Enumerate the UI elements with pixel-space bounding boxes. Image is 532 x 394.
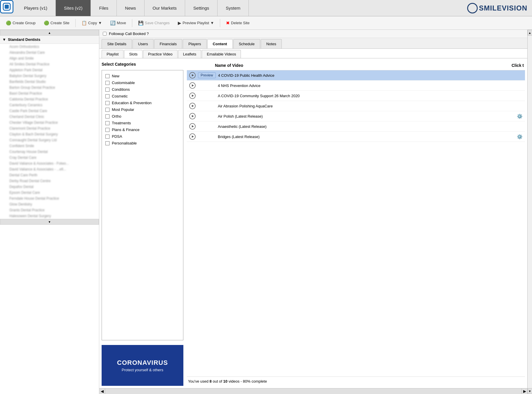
sidebar-item[interactable]: All Smiles Dental Practice [0, 61, 99, 67]
video-item[interactable]: Preview4 COVID-19 Public Health Advice [187, 70, 525, 81]
sidebar-item[interactable]: Claremont Dental Practice [0, 125, 99, 131]
sub-tab-playlist[interactable]: Playlist [102, 50, 124, 58]
sidebar-item[interactable]: Grants Dental Practice [0, 207, 99, 213]
category-checkbox[interactable] [105, 135, 109, 139]
sidebar-item[interactable]: Confident Smile [0, 143, 99, 149]
category-checkbox[interactable] [105, 121, 109, 125]
video-item[interactable]: Air Abrasion Polishing AquaCare [187, 101, 525, 111]
sub-tab-slots[interactable]: Slots [124, 50, 142, 58]
sidebar-group-header[interactable]: ▼ Standard Dentists [0, 36, 99, 44]
tab-players[interactable]: Players [183, 39, 206, 48]
scroll-down-btn[interactable]: ▼ [528, 388, 532, 394]
app-icon[interactable] [0, 0, 13, 13]
tab-schedule[interactable]: Schedule [233, 39, 260, 48]
category-item[interactable]: Customisable [102, 79, 183, 86]
nav-tab-files[interactable]: Files [91, 0, 117, 16]
sidebar-item[interactable]: Canterbury Ceramics [0, 102, 99, 108]
category-item[interactable]: Ortho [102, 113, 183, 120]
sidebar-item[interactable]: Dental Care Perth [0, 172, 99, 178]
move-button[interactable]: 🔄 Move [107, 19, 130, 27]
sidebar-item[interactable]: Cherland Dental Clinic [0, 114, 99, 120]
preview-button[interactable]: Preview [198, 72, 216, 78]
sidebar-item[interactable]: Caldonia Dental Practice [0, 96, 99, 102]
scroll-right-btn[interactable]: ▶ [521, 388, 527, 394]
scroll-left-btn[interactable]: ◀ [99, 388, 105, 394]
preview-dropdown-icon[interactable]: ▼ [210, 21, 214, 25]
sidebar-item[interactable]: Acom Orthodontics [0, 44, 99, 50]
sidebar-item[interactable]: Alexandra Dental Care [0, 50, 99, 55]
sub-tab-practice-video[interactable]: Practice Video [143, 50, 178, 58]
video-item[interactable]: Bridges (Latest Release)⚙️ [187, 132, 525, 142]
category-item[interactable]: Most Popular [102, 106, 183, 113]
sidebar-item[interactable]: Derby Road Dental Centre [0, 178, 99, 184]
video-item[interactable]: Anaesthetic (Latest Release) [187, 121, 525, 132]
nav-tab-settings[interactable]: Settings [185, 0, 218, 16]
bottom-scrollbar[interactable]: ◀ ▶ [99, 388, 527, 394]
scroll-up-btn[interactable]: ▲ [528, 30, 532, 36]
tab-content[interactable]: Content [207, 39, 233, 48]
sidebar-item[interactable]: David Valiance & Associates - Folwo... [0, 161, 99, 166]
tab-financials[interactable]: Financials [154, 39, 182, 48]
sidebar-item[interactable]: Align and Smile [0, 55, 99, 61]
category-item[interactable]: New [102, 73, 183, 79]
nav-tab-our-markets[interactable]: Our Markets [145, 0, 185, 16]
category-checkbox[interactable] [105, 88, 109, 92]
category-item[interactable]: Plans & Finance [102, 126, 183, 133]
tab-users[interactable]: Users [133, 39, 154, 48]
category-item[interactable]: PDSA [102, 133, 183, 140]
sidebar-item[interactable]: Basri Dental Practice [0, 90, 99, 96]
sidebar-item[interactable]: Appleton Park Dental [0, 67, 99, 73]
gear-icon[interactable]: ⚙️ [517, 114, 523, 119]
category-checkbox[interactable] [105, 101, 109, 105]
sidebar-item[interactable]: Banfields Dental Studio [0, 79, 99, 85]
preview-playlist-button[interactable]: ▶ Preview Playlist ▼ [174, 19, 218, 27]
category-checkbox[interactable] [105, 94, 109, 98]
sidebar-item[interactable]: Depafov Dental [0, 184, 99, 190]
gear-icon[interactable]: ⚙️ [517, 134, 523, 140]
video-item[interactable]: 4 NHS Prevention Advice [187, 81, 525, 91]
sidebar-item[interactable]: David Valiance & Associates - ...efi... [0, 166, 99, 172]
category-checkbox[interactable] [105, 141, 109, 145]
sidebar-item[interactable]: Clayton & Bach Dental Surgery [0, 131, 99, 137]
nav-tab-players-v1[interactable]: Players (v1) [16, 0, 56, 16]
sidebar-item[interactable]: Courtenay House Dental [0, 149, 99, 155]
copy-button[interactable]: 📋 Copy ▼ [78, 19, 105, 27]
category-item[interactable]: Conditions [102, 86, 183, 93]
scrollbar-track[interactable] [528, 36, 532, 388]
video-item[interactable]: A COVID-19 Community Support 26 March 20… [187, 91, 525, 101]
category-item[interactable]: Treatments [102, 120, 183, 126]
tab-site-details[interactable]: Site Details [102, 39, 132, 48]
sidebar-item[interactable]: Castle Park Dental Care [0, 108, 99, 114]
create-site-button[interactable]: 🟢 Create Site [40, 19, 73, 27]
sidebar-item[interactable]: Epsom Dental Care [0, 190, 99, 196]
nav-tab-sites-v2[interactable]: Sites (v2) [56, 0, 91, 16]
tab-notes[interactable]: Notes [261, 39, 282, 48]
sub-tab-emailable-videos[interactable]: Emailable Videos [202, 50, 241, 58]
nav-tab-news[interactable]: News [117, 0, 145, 16]
save-changes-button[interactable]: 💾 Save Changes [135, 19, 173, 27]
collapse-icon[interactable]: ▼ [2, 37, 6, 42]
sidebar-item[interactable]: Chester Village Dental Practice [0, 120, 99, 125]
category-checkbox[interactable] [105, 128, 109, 132]
sidebar-item[interactable]: Ferndale House Dental Practice [0, 196, 99, 201]
category-checkbox[interactable] [105, 81, 109, 85]
copy-dropdown-icon[interactable]: ▼ [98, 21, 102, 25]
create-group-button[interactable]: 🟢 Create Group [2, 19, 39, 27]
nav-tab-system[interactable]: System [218, 0, 249, 16]
sidebar-item[interactable]: Connaught Dental Surgery Ltd [0, 137, 99, 143]
category-item[interactable]: Cosmetic [102, 93, 183, 100]
sidebar-item[interactable]: Barton Group Dental Practice [0, 85, 99, 90]
sub-tab-leaflets[interactable]: Leaflets [178, 50, 201, 58]
category-checkbox[interactable] [105, 74, 109, 78]
sidebar-item[interactable]: Glow Dentistry [0, 201, 99, 207]
category-checkbox[interactable] [105, 108, 109, 112]
sidebar-scroll-down[interactable]: ▼ [0, 219, 99, 225]
video-item[interactable]: Air Polish (Latest Release)⚙️ [187, 111, 525, 121]
delete-site-button[interactable]: ✖ Delete Site [222, 19, 253, 27]
category-item[interactable]: Personalisable [102, 140, 183, 147]
sidebar-item[interactable]: Cray Dental Care [0, 155, 99, 161]
category-item[interactable]: Education & Prevention [102, 100, 183, 106]
followup-checkbox[interactable] [103, 32, 107, 36]
sidebar-item[interactable]: Babylon Dental Surgery [0, 73, 99, 79]
sidebar-item[interactable]: Halesowen Dental Surgery [0, 213, 99, 219]
